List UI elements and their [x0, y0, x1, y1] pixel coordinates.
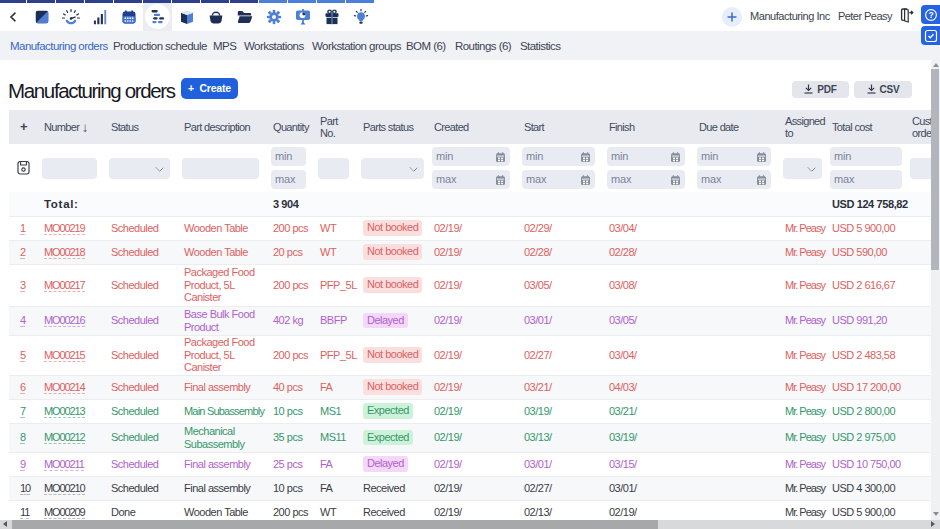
svg-text:?: ?: [928, 10, 933, 20]
